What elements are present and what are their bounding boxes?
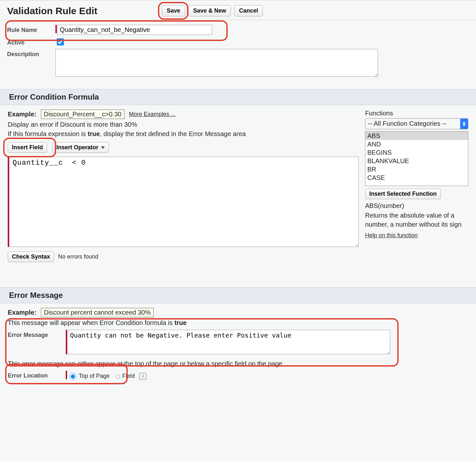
more-examples-link[interactable]: More Examples ...: [129, 111, 176, 118]
function-item[interactable]: AND: [365, 140, 468, 148]
cancel-button[interactable]: Cancel: [234, 5, 263, 16]
rule-name-input[interactable]: [57, 25, 212, 35]
active-checkbox[interactable]: [57, 38, 64, 45]
select-arrows-icon: [460, 119, 468, 129]
message-appear-hint: This message will appear when Error Cond…: [8, 319, 468, 327]
syntax-result: No errors found: [58, 253, 98, 260]
message-example-label: Example:: [8, 309, 36, 316]
top-of-page-radio[interactable]: [69, 373, 76, 380]
function-help-link[interactable]: Help on this function: [365, 232, 418, 239]
error-message-textarea[interactable]: Quantity can not be Negative. Please ent…: [68, 330, 390, 354]
insert-operator-button[interactable]: Insert Operator: [52, 142, 109, 153]
required-indicator: [66, 330, 67, 354]
insert-field-button[interactable]: Insert Field: [8, 142, 47, 153]
required-indicator: [55, 25, 57, 33]
function-item[interactable]: CASE: [365, 173, 468, 182]
message-example-text: Discount percent cannot exceed 30%: [41, 308, 154, 317]
formula-textarea[interactable]: Quantity__c < 0: [10, 157, 359, 247]
functions-label: Functions: [365, 110, 468, 117]
function-item[interactable]: BEGINS: [365, 148, 468, 157]
insert-selected-function-button[interactable]: Insert Selected Function: [365, 189, 441, 199]
function-item[interactable]: BR: [365, 165, 468, 173]
formula-example-label: Example:: [8, 111, 36, 118]
info-icon[interactable]: i: [139, 373, 146, 380]
error-location-label: Error Location: [8, 370, 66, 379]
required-indicator: [66, 371, 67, 379]
description-textarea[interactable]: [55, 49, 378, 77]
required-indicator: [8, 157, 9, 247]
formula-example-hint: Display an error if Discount is more tha…: [8, 121, 359, 128]
function-category-select[interactable]: -- All Function Categories --: [365, 118, 468, 129]
function-signature: ABS(number): [365, 201, 468, 210]
top-of-page-label: Top of Page: [79, 373, 110, 379]
location-hint: This error message can either appear at …: [8, 360, 468, 368]
formula-true-hint: If this formula expression is true, disp…: [8, 130, 359, 138]
chevron-down-icon: [101, 146, 105, 149]
field-radio[interactable]: [116, 375, 120, 379]
page-title: Validation Rule Edit: [7, 5, 97, 16]
save-and-new-button[interactable]: Save & New: [188, 5, 231, 16]
description-label: Description: [7, 49, 55, 58]
function-item[interactable]: BLANKVALUE: [365, 157, 468, 165]
function-item[interactable]: ABS: [365, 132, 468, 140]
function-list[interactable]: ABS AND BEGINS BLANKVALUE BR CASE: [365, 131, 468, 186]
formula-section-heading: Error Condition Formula: [0, 89, 476, 105]
message-section-heading: Error Message: [0, 287, 476, 303]
check-syntax-button[interactable]: Check Syntax: [8, 251, 54, 262]
formula-example-code: Discount_Percent__c>0.30: [41, 110, 124, 119]
active-label: Active: [7, 37, 55, 46]
save-button[interactable]: Save: [162, 5, 185, 16]
function-description: Returns the absolute value of a number, …: [365, 212, 461, 228]
error-message-label: Error Message: [8, 330, 66, 338]
field-label: Field: [122, 373, 135, 379]
rule-name-label: Rule Name: [7, 25, 55, 34]
